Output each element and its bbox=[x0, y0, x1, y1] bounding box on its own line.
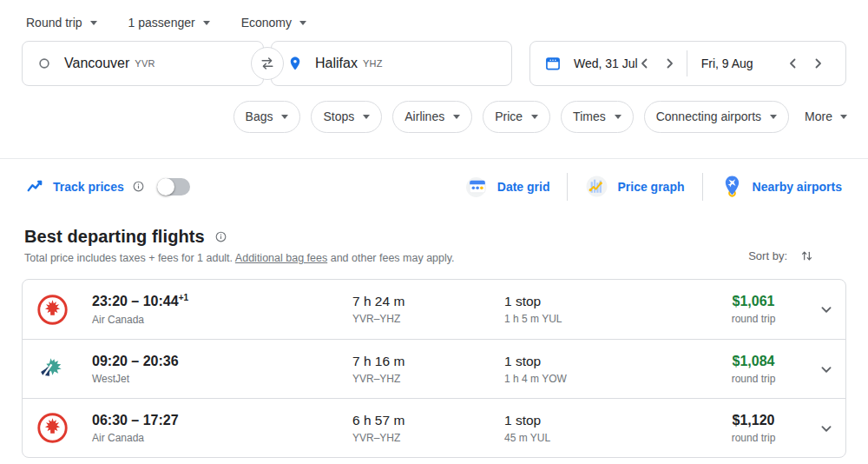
more-label: More bbox=[805, 109, 832, 123]
date-grid-button[interactable]: Date grid bbox=[448, 175, 568, 198]
chip-label: Airlines bbox=[404, 109, 444, 123]
departure-prev-day-button[interactable] bbox=[638, 55, 650, 72]
subtitle-text: Total price includes taxes + fees for 1 … bbox=[24, 252, 235, 264]
filter-chip-stops[interactable]: Stops bbox=[311, 101, 382, 133]
filter-chips-row: Bags Stops Airlines Price Times Connecti… bbox=[0, 100, 847, 133]
filter-chip-airlines[interactable]: Airlines bbox=[392, 101, 472, 133]
nearby-airports-button[interactable]: Nearby airports bbox=[703, 175, 844, 198]
westjet-logo bbox=[36, 353, 69, 385]
chevron-down-icon bbox=[817, 419, 836, 438]
flight-results-card: 23:20 – 10:44+1 Air Canada 7 h 24 m YVR–… bbox=[22, 279, 846, 458]
page-title: Best departing flights bbox=[24, 227, 205, 247]
passenger-select[interactable]: 1 passenger bbox=[128, 16, 210, 30]
toggle-knob bbox=[157, 178, 174, 196]
flight-times: 23:20 – 10:44 bbox=[92, 295, 179, 309]
chip-label: Price bbox=[495, 109, 523, 123]
flight-price: $1,061 bbox=[700, 294, 807, 309]
chip-label: Connecting airports bbox=[656, 109, 761, 123]
chevron-down-icon bbox=[281, 115, 288, 119]
destination-code: YHZ bbox=[363, 58, 383, 69]
date-grid-icon bbox=[465, 175, 489, 198]
flight-times: 06:30 – 17:27 bbox=[92, 413, 179, 428]
price-graph-label: Price graph bbox=[617, 180, 684, 194]
expand-flight-button[interactable] bbox=[807, 360, 845, 379]
info-icon[interactable] bbox=[132, 180, 145, 193]
return-prev-day-button[interactable] bbox=[786, 55, 799, 72]
chevron-down-icon bbox=[203, 21, 210, 25]
price-graph-button[interactable]: Price graph bbox=[568, 175, 701, 198]
flight-row[interactable]: 23:20 – 10:44+1 Air Canada 7 h 24 m YVR–… bbox=[23, 280, 845, 339]
calendar-icon bbox=[544, 55, 562, 72]
chevron-down-icon bbox=[453, 115, 460, 119]
flight-price: $1,084 bbox=[700, 354, 807, 369]
trip-type-value: Round trip bbox=[26, 16, 82, 30]
return-next-day-button[interactable] bbox=[812, 55, 825, 72]
filter-chip-connecting-airports[interactable]: Connecting airports bbox=[644, 101, 789, 133]
chip-label: Stops bbox=[323, 109, 354, 123]
filter-chip-price[interactable]: Price bbox=[483, 101, 550, 133]
filter-more-button[interactable]: More bbox=[805, 109, 847, 123]
expand-flight-button[interactable] bbox=[807, 419, 845, 438]
sort-arrows-icon bbox=[799, 249, 814, 263]
search-row: Vancouver YVR Halifax YHZ Wed, 31 Jul bbox=[22, 41, 846, 86]
origin-input[interactable]: Vancouver YVR bbox=[22, 41, 264, 86]
nearby-airports-icon bbox=[720, 175, 744, 198]
price-graph-icon bbox=[585, 175, 608, 198]
flight-route: YVR–YHZ bbox=[352, 432, 504, 444]
track-prices-toggle[interactable] bbox=[157, 178, 190, 196]
airline-name: Air Canada bbox=[92, 314, 352, 326]
filter-chip-bags[interactable]: Bags bbox=[233, 101, 301, 133]
flight-row[interactable]: 06:30 – 17:27 Air Canada 6 h 57 m YVR–YH… bbox=[23, 398, 845, 457]
trip-options-bar: Round trip 1 passenger Economy bbox=[0, 0, 868, 32]
cabin-value: Economy bbox=[241, 16, 292, 30]
return-date-field[interactable]: Fri, 9 Aug bbox=[687, 42, 835, 85]
airline-name: WestJet bbox=[92, 373, 352, 385]
air-canada-logo bbox=[36, 412, 69, 444]
bag-fees-link[interactable]: Additional bag fees bbox=[235, 252, 327, 264]
date-grid-label: Date grid bbox=[497, 180, 550, 194]
filter-chip-times[interactable]: Times bbox=[561, 101, 634, 133]
flight-duration: 7 h 24 m bbox=[352, 294, 504, 309]
chevron-down-icon bbox=[840, 115, 847, 119]
sort-by-button[interactable]: Sort by: bbox=[748, 249, 814, 263]
flight-stops: 1 stop bbox=[504, 294, 700, 309]
expand-flight-button[interactable] bbox=[807, 300, 845, 319]
airline-name: Air Canada bbox=[92, 432, 352, 444]
origin-circle-icon bbox=[36, 56, 52, 71]
chip-label: Times bbox=[573, 109, 606, 123]
flight-times: 09:20 – 20:36 bbox=[92, 354, 179, 368]
departure-next-day-button[interactable] bbox=[664, 55, 676, 72]
chevron-down-icon bbox=[817, 360, 836, 379]
stop-detail: 45 m YUL bbox=[504, 432, 700, 444]
departure-date-field[interactable]: Wed, 31 Jul bbox=[544, 42, 687, 85]
trip-type-select[interactable]: Round trip bbox=[26, 16, 97, 30]
info-icon[interactable] bbox=[214, 230, 227, 243]
trending-line-icon bbox=[26, 177, 45, 196]
destination-input[interactable]: Halifax YHZ bbox=[271, 41, 512, 86]
stop-detail: 1 h 5 m YUL bbox=[504, 313, 700, 325]
flight-row[interactable]: 09:20 – 20:36 WestJet 7 h 16 m YVR–YHZ 1… bbox=[23, 339, 845, 398]
destination-city: Halifax bbox=[315, 56, 358, 71]
flight-price: $1,120 bbox=[700, 413, 807, 428]
flight-stops: 1 stop bbox=[504, 413, 700, 428]
price-qualifier: round trip bbox=[700, 313, 807, 325]
departure-date-value: Wed, 31 Jul bbox=[574, 56, 638, 70]
results-subtitle: Total price includes taxes + fees for 1 … bbox=[24, 252, 844, 264]
cabin-class-select[interactable]: Economy bbox=[241, 16, 306, 30]
swap-arrows-icon bbox=[259, 55, 276, 72]
swap-airports-button[interactable] bbox=[251, 47, 284, 80]
price-qualifier: round trip bbox=[700, 432, 807, 444]
dates-field: Wed, 31 Jul Fri, 9 Aug bbox=[529, 41, 846, 86]
day-offset: +1 bbox=[179, 293, 188, 302]
flight-stops: 1 stop bbox=[504, 354, 700, 369]
track-prices-group: Track prices bbox=[26, 177, 190, 196]
price-qualifier: round trip bbox=[700, 373, 807, 385]
destination-pin-icon bbox=[287, 56, 303, 71]
air-canada-logo bbox=[36, 294, 69, 326]
chevron-down-icon bbox=[770, 115, 777, 119]
stop-detail: 1 h 4 m YOW bbox=[504, 373, 700, 385]
chip-label: Bags bbox=[246, 109, 273, 123]
view-tools-group: Date grid Price graph bbox=[448, 173, 844, 201]
chevron-down-icon bbox=[531, 115, 538, 119]
chevron-down-icon bbox=[817, 300, 836, 319]
